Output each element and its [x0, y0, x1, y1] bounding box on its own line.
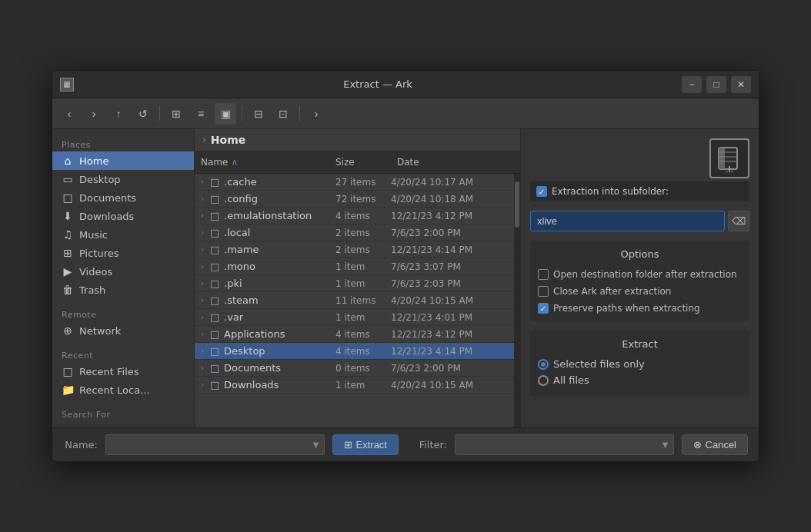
table-row[interactable]: › □ .cache 27 items 4/20/24 10:17 AM	[195, 174, 514, 191]
view-icons-button[interactable]: ⊞	[165, 103, 187, 125]
table-row[interactable]: › □ .local 2 items 7/6/23 2:00 PM	[195, 224, 514, 241]
row-expand-icon[interactable]: ›	[195, 211, 210, 220]
maximize-button[interactable]: □	[706, 76, 726, 93]
table-row[interactable]: › □ Desktop 4 items 12/21/23 4:14 PM	[195, 343, 514, 360]
sidebar-item-downloads-label: Downloads	[79, 211, 134, 222]
row-expand-icon[interactable]: ›	[195, 245, 210, 254]
sidebar-item-recent-files[interactable]: □ Recent Files	[52, 362, 194, 381]
forward-button[interactable]: ›	[83, 103, 105, 125]
row-expand-icon[interactable]: ›	[195, 195, 210, 203]
network-icon: ⊕	[62, 324, 74, 337]
column-header-date[interactable]: Date	[391, 155, 514, 170]
folder-icon: □	[210, 328, 224, 340]
table-row[interactable]: › □ Applications 4 items 12/21/23 4:12 P…	[195, 326, 514, 343]
column-header-name[interactable]: Name ∧	[195, 155, 329, 170]
sort-button[interactable]: ⊡	[272, 103, 294, 125]
table-row[interactable]: › □ .emulationstation 4 items 12/21/23 4…	[195, 208, 514, 224]
folder-clear-button[interactable]: ⌫	[728, 211, 749, 231]
table-row[interactable]: › □ .config 72 items 4/20/24 10:18 AM	[195, 191, 514, 208]
filter-dropdown-arrow[interactable]: ▼	[658, 441, 673, 449]
sidebar-item-home-label: Home	[79, 155, 108, 167]
folder-icon: □	[210, 176, 224, 188]
row-expand-icon[interactable]: ›	[195, 381, 210, 389]
table-row[interactable]: › □ .mono 1 item 7/6/23 3:07 PM	[195, 258, 514, 275]
window-controls: − □ ✕	[682, 76, 751, 93]
row-expand-icon[interactable]: ›	[195, 313, 210, 321]
file-date: 12/21/23 4:01 PM	[391, 312, 514, 323]
row-expand-icon[interactable]: ›	[195, 296, 210, 304]
scrollbar-thumb[interactable]	[515, 181, 519, 228]
radio-selected-files[interactable]: Selected files only	[538, 356, 742, 372]
column-header-size[interactable]: Size	[329, 155, 391, 170]
radio-all-files-input[interactable]	[538, 375, 549, 386]
radio-selected-files-input[interactable]	[538, 359, 549, 370]
table-row[interactable]: › □ Documents 0 items 7/6/23 2:00 PM	[195, 360, 514, 377]
sidebar-item-desktop[interactable]: ▭ Desktop	[52, 170, 194, 188]
row-expand-icon[interactable]: ›	[195, 364, 210, 372]
recent-locations-icon: 📁	[62, 384, 74, 396]
scrollbar-track[interactable]	[514, 174, 520, 427]
folder-icon: □	[210, 362, 224, 374]
table-row[interactable]: › □ .mame 2 items 12/21/23 4:14 PM	[195, 241, 514, 258]
extract-icon-container	[530, 138, 749, 178]
sidebar-item-network[interactable]: ⊕ Network	[52, 321, 194, 340]
preview-button[interactable]: ⊟	[248, 103, 269, 125]
row-expand-icon[interactable]: ›	[195, 279, 210, 288]
cancel-button[interactable]: ⊗ Cancel	[682, 434, 748, 455]
sidebar-item-documents[interactable]: □ Documents	[52, 188, 194, 207]
file-date: 4/20/24 10:15 AM	[391, 295, 514, 306]
minimize-button[interactable]: −	[682, 76, 702, 93]
row-expand-icon[interactable]: ›	[195, 262, 210, 271]
table-row[interactable]: › □ Downloads 1 item 4/20/24 10:15 AM	[195, 377, 514, 394]
sidebar-item-home[interactable]: ⌂ Home	[52, 151, 194, 170]
folder-name-input[interactable]	[530, 211, 725, 231]
view-compact-button[interactable]: ≡	[190, 103, 212, 125]
more-button[interactable]: ›	[305, 103, 327, 125]
titlebar: ▦ Extract — Ark − □ ✕	[52, 71, 759, 98]
extract-icon	[709, 138, 749, 178]
file-name: .var	[224, 311, 329, 323]
table-row[interactable]: › □ .var 1 item 12/21/23 4:01 PM	[195, 309, 514, 326]
preserve-paths-checkbox[interactable]	[538, 303, 549, 314]
sidebar-item-music[interactable]: ♫ Music	[52, 225, 194, 244]
archive-extract-svg	[716, 145, 743, 172]
file-date: 12/21/23 4:14 PM	[391, 244, 514, 255]
table-row[interactable]: › □ .steam 11 items 4/20/24 10:15 AM	[195, 292, 514, 309]
folder-icon: □	[210, 210, 224, 221]
extract-section: Extract Selected files only All files	[530, 331, 749, 396]
name-dropdown-arrow[interactable]: ▼	[309, 441, 324, 449]
folder-icon: □	[210, 193, 224, 204]
sidebar-item-downloads[interactable]: ⬇ Downloads	[52, 207, 194, 225]
subfolder-checkbox[interactable]	[536, 186, 547, 197]
table-row[interactable]: › □ .pki 1 item 7/6/23 2:03 PM	[195, 275, 514, 292]
sidebar-item-pictures[interactable]: ⊞ Pictures	[52, 244, 194, 262]
sidebar-item-trash[interactable]: 🗑 Trash	[52, 281, 194, 299]
back-button[interactable]: ‹	[58, 103, 80, 125]
file-name: .mono	[224, 261, 329, 272]
file-name: Downloads	[224, 379, 329, 391]
close-ark-checkbox[interactable]	[538, 286, 549, 297]
sidebar-item-videos[interactable]: ▶ Videos	[52, 262, 194, 281]
row-expand-icon[interactable]: ›	[195, 178, 210, 186]
radio-all-files[interactable]: All files	[538, 372, 742, 388]
folder-input-row: ⌫	[530, 211, 749, 231]
row-expand-icon[interactable]: ›	[195, 228, 210, 237]
open-dest-checkbox[interactable]	[538, 269, 549, 280]
extract-button[interactable]: ⊞ Extract	[332, 434, 399, 455]
row-expand-icon[interactable]: ›	[195, 347, 210, 355]
filter-input[interactable]	[456, 435, 658, 454]
sidebar-item-documents-label: Documents	[79, 192, 136, 204]
toolbar-separator-2	[242, 106, 242, 121]
name-label: Name:	[63, 439, 98, 451]
file-size: 0 items	[329, 363, 391, 374]
sidebar-item-music-label: Music	[79, 229, 108, 241]
name-input[interactable]	[106, 435, 309, 454]
reload-button[interactable]: ↺	[132, 103, 154, 125]
row-expand-icon[interactable]: ›	[195, 330, 210, 338]
close-button[interactable]: ✕	[731, 76, 751, 93]
view-list-button[interactable]: ▣	[215, 103, 236, 125]
sidebar-item-trash-label: Trash	[79, 284, 105, 296]
up-button[interactable]: ↑	[108, 103, 129, 125]
folder-icon: □	[210, 244, 224, 255]
sidebar-item-recent-locations[interactable]: 📁 Recent Loca...	[52, 381, 194, 399]
